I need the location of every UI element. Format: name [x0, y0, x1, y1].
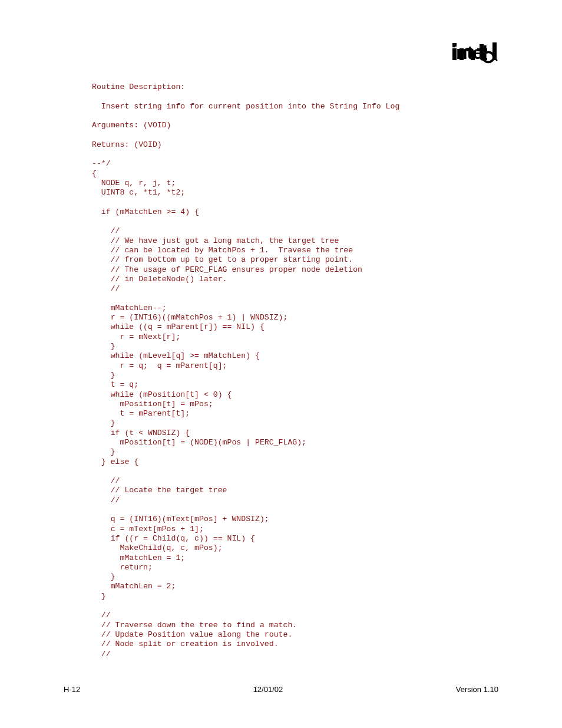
intel-logo: int l e	[451, 41, 498, 64]
code-content: Routine Description: Insert string info …	[92, 83, 498, 659]
svg-point-7	[496, 60, 498, 61]
page-footer: H-12 12/01/02 Version 1.10	[64, 685, 498, 694]
footer-left: H-12	[64, 685, 80, 694]
intel-logo-svg: int l e	[451, 41, 498, 64]
footer-center: 12/01/02	[253, 685, 283, 694]
svg-text:int: int	[451, 42, 473, 63]
footer-right: Version 1.10	[456, 685, 498, 694]
